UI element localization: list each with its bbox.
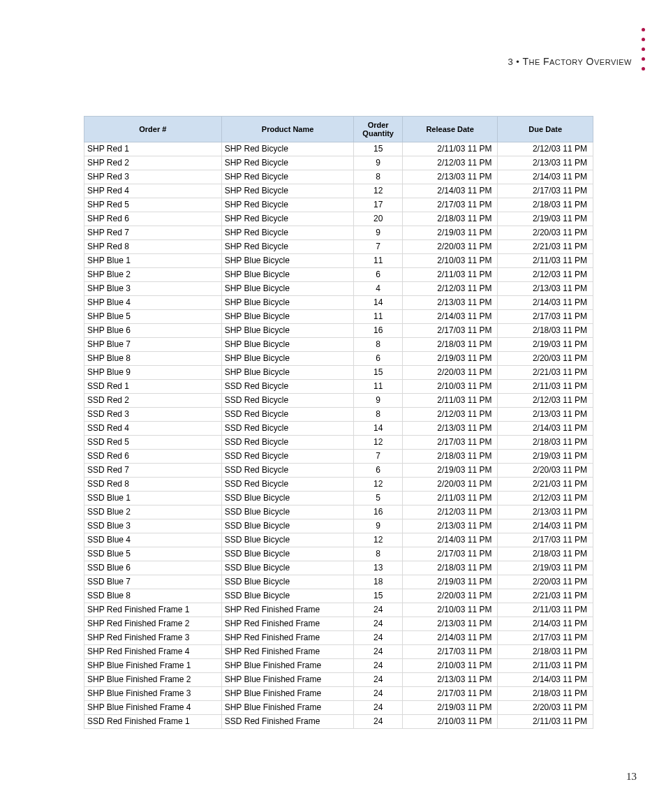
table-row: SSD Blue 2SSD Blue Bicycle162/12/03 11 P… xyxy=(84,505,593,519)
table-row: SSD Blue 3SSD Blue Bicycle92/13/03 11 PM… xyxy=(84,519,593,533)
cell-product-name: SHP Blue Bicycle xyxy=(221,338,354,352)
cell-release-date: 2/12/03 11 PM xyxy=(402,156,498,170)
cell-order-number: SHP Red Finished Frame 2 xyxy=(84,617,222,631)
cell-due-date: 2/13/03 11 PM xyxy=(498,505,593,519)
cell-release-date: 2/14/03 11 PM xyxy=(402,184,498,198)
cell-order-quantity: 8 xyxy=(354,338,402,352)
cell-order-quantity: 8 xyxy=(354,408,402,422)
cell-due-date: 2/13/03 11 PM xyxy=(498,408,593,422)
dot-icon xyxy=(642,38,645,41)
cell-order-quantity: 12 xyxy=(354,478,402,492)
cell-due-date: 2/18/03 11 PM xyxy=(498,547,593,561)
table-row: SHP Blue Finished Frame 4SHP Blue Finish… xyxy=(84,701,593,715)
cell-product-name: SHP Blue Bicycle xyxy=(221,366,354,380)
orders-table: Order # Product Name OrderQuantity Relea… xyxy=(84,116,593,729)
cell-product-name: SSD Red Bicycle xyxy=(221,478,354,492)
cell-release-date: 2/13/03 11 PM xyxy=(402,296,498,310)
cell-product-name: SHP Red Finished Frame xyxy=(221,617,354,631)
cell-product-name: SSD Red Bicycle xyxy=(221,436,354,450)
title-word-1: THE xyxy=(522,57,540,67)
cell-product-name: SHP Blue Finished Frame xyxy=(221,687,354,701)
cell-due-date: 2/12/03 11 PM xyxy=(498,394,593,408)
cell-due-date: 2/18/03 11 PM xyxy=(498,324,593,338)
cell-order-number: SSD Red Finished Frame 1 xyxy=(84,715,222,729)
cell-release-date: 2/12/03 11 PM xyxy=(402,408,498,422)
cell-release-date: 2/18/03 11 PM xyxy=(402,212,498,226)
cell-order-quantity: 24 xyxy=(354,603,402,617)
table-row: SHP Red 2SHP Red Bicycle92/12/03 11 PM2/… xyxy=(84,156,593,170)
cell-product-name: SHP Blue Bicycle xyxy=(221,282,354,296)
table-row: SHP Red 7SHP Red Bicycle92/19/03 11 PM2/… xyxy=(84,226,593,240)
cell-order-number: SHP Blue 1 xyxy=(84,254,222,268)
cell-release-date: 2/19/03 11 PM xyxy=(402,226,498,240)
cell-product-name: SHP Blue Finished Frame xyxy=(221,659,354,673)
cell-due-date: 2/14/03 11 PM xyxy=(498,296,593,310)
cell-product-name: SHP Red Bicycle xyxy=(221,156,354,170)
cell-due-date: 2/11/03 11 PM xyxy=(498,715,593,729)
cell-product-name: SHP Red Bicycle xyxy=(221,212,354,226)
cell-release-date: 2/12/03 11 PM xyxy=(402,282,498,296)
cell-order-number: SHP Blue 7 xyxy=(84,338,222,352)
cell-release-date: 2/17/03 11 PM xyxy=(402,547,498,561)
cell-order-number: SSD Red 7 xyxy=(84,464,222,478)
table-row: SHP Red 6SHP Red Bicycle202/18/03 11 PM2… xyxy=(84,212,593,226)
cell-order-quantity: 11 xyxy=(354,310,402,324)
cell-order-number: SHP Blue Finished Frame 3 xyxy=(84,687,222,701)
title-word-3: OVERVIEW xyxy=(586,57,632,67)
cell-due-date: 2/19/03 11 PM xyxy=(498,338,593,352)
cell-product-name: SHP Blue Finished Frame xyxy=(221,701,354,715)
cell-order-number: SSD Blue 1 xyxy=(84,492,222,505)
cell-product-name: SSD Red Bicycle xyxy=(221,394,354,408)
table-row: SSD Blue 4SSD Blue Bicycle122/14/03 11 P… xyxy=(84,533,593,547)
cell-order-number: SHP Red Finished Frame 3 xyxy=(84,631,222,645)
table-row: SSD Red 4SSD Red Bicycle142/13/03 11 PM2… xyxy=(84,422,593,436)
cell-release-date: 2/11/03 11 PM xyxy=(402,268,498,282)
table-header-row: Order # Product Name OrderQuantity Relea… xyxy=(84,117,593,142)
table-row: SHP Red 4SHP Red Bicycle122/14/03 11 PM2… xyxy=(84,184,593,198)
document-page: 3 • THE FACTORY OVERVIEW Order # Product… xyxy=(0,0,666,812)
cell-order-number: SSD Red 1 xyxy=(84,380,222,394)
cell-product-name: SSD Blue Bicycle xyxy=(221,547,354,561)
cell-product-name: SHP Blue Bicycle xyxy=(221,310,354,324)
cell-order-number: SHP Red 4 xyxy=(84,184,222,198)
table-row: SHP Blue Finished Frame 2SHP Blue Finish… xyxy=(84,673,593,687)
table-row: SHP Blue 4SHP Blue Bicycle142/13/03 11 P… xyxy=(84,296,593,310)
cell-order-quantity: 24 xyxy=(354,617,402,631)
col-due-date: Due Date xyxy=(498,117,593,142)
cell-due-date: 2/12/03 11 PM xyxy=(498,142,593,156)
cell-due-date: 2/11/03 11 PM xyxy=(498,254,593,268)
cell-product-name: SSD Red Bicycle xyxy=(221,380,354,394)
cell-release-date: 2/14/03 11 PM xyxy=(402,310,498,324)
col-order-number: Order # xyxy=(84,117,222,142)
cell-due-date: 2/11/03 11 PM xyxy=(498,380,593,394)
cell-product-name: SSD Blue Bicycle xyxy=(221,589,354,603)
cell-release-date: 2/20/03 11 PM xyxy=(402,240,498,254)
cell-product-name: SHP Blue Finished Frame xyxy=(221,673,354,687)
table-row: SHP Red Finished Frame 1SHP Red Finished… xyxy=(84,603,593,617)
cell-product-name: SHP Red Bicycle xyxy=(221,184,354,198)
cell-due-date: 2/19/03 11 PM xyxy=(498,561,593,575)
cell-due-date: 2/19/03 11 PM xyxy=(498,450,593,464)
cell-release-date: 2/13/03 11 PM xyxy=(402,519,498,533)
cell-due-date: 2/17/03 11 PM xyxy=(498,631,593,645)
cell-release-date: 2/12/03 11 PM xyxy=(402,505,498,519)
cell-order-number: SHP Blue 5 xyxy=(84,310,222,324)
cell-order-number: SHP Red 5 xyxy=(84,198,222,212)
cell-product-name: SHP Blue Bicycle xyxy=(221,324,354,338)
cell-product-name: SSD Blue Bicycle xyxy=(221,533,354,547)
cell-order-quantity: 9 xyxy=(354,156,402,170)
cell-order-quantity: 12 xyxy=(354,184,402,198)
cell-due-date: 2/17/03 11 PM xyxy=(498,310,593,324)
table-row: SSD Red 2SSD Red Bicycle92/11/03 11 PM2/… xyxy=(84,394,593,408)
cell-release-date: 2/11/03 11 PM xyxy=(402,492,498,505)
table-row: SHP Red 3SHP Red Bicycle82/13/03 11 PM2/… xyxy=(84,170,593,184)
cell-order-number: SSD Red 8 xyxy=(84,478,222,492)
table-row: SHP Blue 6SHP Blue Bicycle162/17/03 11 P… xyxy=(84,324,593,338)
table-row: SHP Red Finished Frame 4SHP Red Finished… xyxy=(84,645,593,659)
cell-due-date: 2/18/03 11 PM xyxy=(498,198,593,212)
cell-order-quantity: 24 xyxy=(354,645,402,659)
cell-product-name: SHP Red Bicycle xyxy=(221,198,354,212)
table-row: SSD Red 3SSD Red Bicycle82/12/03 11 PM2/… xyxy=(84,408,593,422)
table-row: SHP Red Finished Frame 3SHP Red Finished… xyxy=(84,631,593,645)
cell-order-quantity: 18 xyxy=(354,575,402,589)
